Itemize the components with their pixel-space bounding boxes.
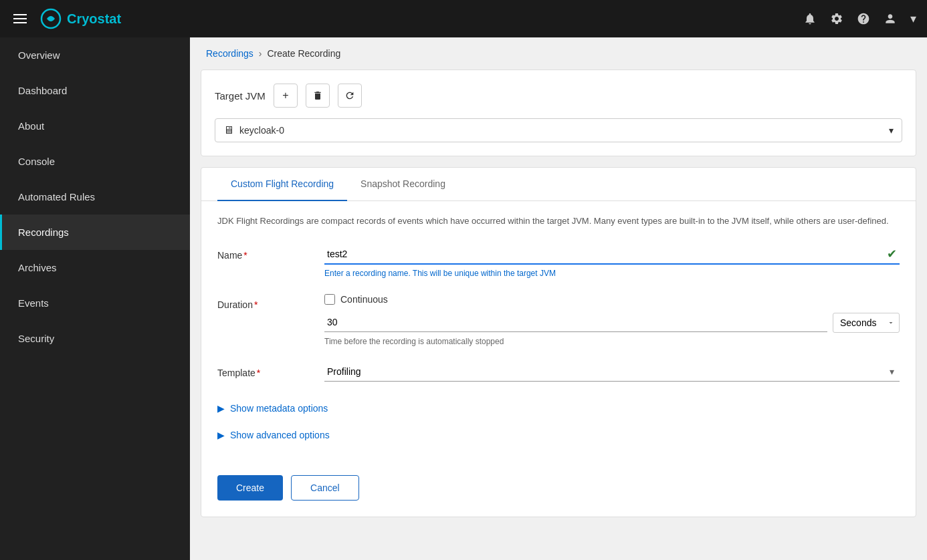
notifications-icon[interactable] [803,12,817,25]
duration-wrapper: Seconds Minutes Hours [324,313,900,333]
template-form-row: Template* Profiling Continuous Default ▾ [217,362,900,382]
create-button[interactable]: Create [217,475,283,501]
template-field: Profiling Continuous Default ▾ [324,362,900,382]
refresh-target-button[interactable] [338,84,362,108]
logo-icon [40,8,62,29]
name-input-wrapper: ✔ [324,245,900,265]
jvm-dropdown-chevron: ▾ [889,125,894,136]
valid-checkmark-icon: ✔ [887,247,897,261]
delete-icon [312,90,323,101]
name-label: Name* [217,245,324,261]
create-recording-form-card: Custom Flight Recording Snapshot Recordi… [201,167,916,517]
refresh-icon [344,90,355,101]
hamburger-menu[interactable] [11,11,29,26]
continuous-checkbox-row: Continuous [324,294,900,305]
main-content: Recordings › Create Recording Target JVM… [190,37,927,560]
form-content: JDK Flight Recordings are compact record… [201,201,916,459]
sidebar-item-overview[interactable]: Overview [0,37,190,73]
duration-unit-select[interactable]: Seconds Minutes Hours [833,313,900,333]
add-target-button[interactable]: + [274,84,298,108]
sidebar-item-console[interactable]: Console [0,144,190,179]
duration-input-wrapper [324,313,827,332]
sidebar-item-dashboard[interactable]: Dashboard [0,73,190,108]
advanced-expand-icon: ▶ [217,430,225,440]
name-form-row: Name* ✔ Enter a recording name. This wil… [217,245,900,278]
sidebar-item-archives[interactable]: Archives [0,250,190,285]
settings-icon[interactable] [830,12,843,25]
duration-form-row: Duration* Continuous Seconds [217,294,900,346]
sidebar-item-about[interactable]: About [0,108,190,144]
name-input[interactable] [324,245,887,263]
form-actions: Create Cancel [201,459,916,501]
sidebar-item-automated-rules[interactable]: Automated Rules [0,179,190,215]
name-field: ✔ Enter a recording name. This will be u… [324,245,900,278]
continuous-label[interactable]: Continuous [340,294,388,305]
duration-input[interactable] [324,313,827,331]
top-navigation: Cryostat ▾ [0,0,927,37]
recording-tabs: Custom Flight Recording Snapshot Recordi… [201,168,916,201]
template-select-wrapper: Profiling Continuous Default ▾ [324,362,900,382]
target-jvm-card: Target JVM + 🖥 keycloak-0 ▾ [201,69,916,156]
breadcrumb-current: Create Recording [268,48,341,59]
jvm-selected-value: keycloak-0 [239,125,284,136]
user-icon[interactable] [884,12,897,25]
sidebar-item-recordings[interactable]: Recordings [0,215,190,250]
duration-field: Continuous Seconds Minutes Hours [324,294,900,346]
app-name: Cryostat [67,11,121,27]
template-select[interactable]: Profiling Continuous Default [324,362,900,381]
show-metadata-options[interactable]: ▶ Show metadata options [217,398,900,419]
jvm-server-icon: 🖥 [223,124,234,136]
sidebar: Overview Dashboard About Console Automat… [0,37,190,560]
duration-label: Duration* [217,294,324,310]
breadcrumb-recordings-link[interactable]: Recordings [206,48,253,59]
show-advanced-options[interactable]: ▶ Show advanced options [217,424,900,446]
help-icon[interactable] [857,12,870,25]
duration-hint: Time before the recording is automatical… [324,337,900,346]
jvm-selector[interactable]: 🖥 keycloak-0 ▾ [215,118,902,142]
sidebar-item-events[interactable]: Events [0,285,190,321]
form-description: JDK Flight Recordings are compact record… [217,215,900,229]
breadcrumb-separator: › [259,48,262,59]
name-hint: Enter a recording name. This will be uni… [324,269,900,278]
metadata-expand-icon: ▶ [217,403,225,414]
delete-target-button[interactable] [306,84,330,108]
app-logo: Cryostat [40,8,121,29]
template-label: Template* [217,362,324,378]
target-jvm-label: Target JVM [215,90,266,102]
breadcrumb: Recordings › Create Recording [190,37,927,69]
user-dropdown-icon[interactable]: ▾ [910,11,916,26]
cancel-button[interactable]: Cancel [291,475,359,501]
sidebar-item-security[interactable]: Security [0,321,190,356]
tab-custom-flight-recording[interactable]: Custom Flight Recording [217,168,347,201]
tab-snapshot-recording[interactable]: Snapshot Recording [347,168,459,201]
continuous-checkbox[interactable] [324,294,335,305]
